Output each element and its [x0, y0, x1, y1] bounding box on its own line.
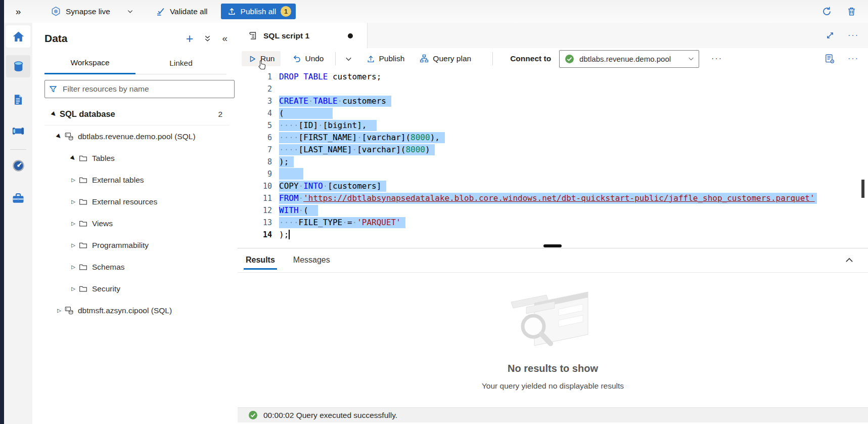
tree-item-dbtmsft-azsyn-cipool-sql-[interactable]: ▷dbtmsft.azsyn.cipool (SQL) [32, 300, 238, 321]
code-line-3[interactable]: 3CREATE·TABLE·customers [238, 95, 868, 107]
left-edge-strip [0, 0, 4, 424]
undo-button[interactable]: Undo [286, 51, 330, 66]
properties-icon[interactable] [825, 54, 835, 64]
sidebar-item-data[interactable] [6, 55, 30, 77]
connect-more-button[interactable]: ··· [711, 54, 722, 63]
selection-highlight: FROM·'https://dbtlabsynapsedatalake.blob… [279, 193, 817, 204]
token-ws: · [299, 205, 304, 215]
token-pl: customers [342, 96, 386, 106]
top-command-bar: » Synapse live Validate all Publish all … [4, 0, 868, 23]
code-line-2[interactable]: 2 [238, 83, 868, 95]
sidebar-item-home[interactable] [6, 25, 30, 48]
code-text: ····[ID]·[bigint], [279, 119, 377, 132]
token-pl [299, 72, 304, 81]
collapse-panel-button[interactable]: « [222, 33, 227, 44]
validate-all-label: Validate all [170, 7, 208, 16]
sidebar-item-monitor[interactable] [6, 154, 30, 177]
tree-item-security[interactable]: ▷Security [32, 278, 238, 300]
refresh-button[interactable] [821, 6, 832, 17]
code-line-1[interactable]: 1DROP TABLE customers; [238, 71, 868, 83]
code-text: ····[FIRST_NAME]·[varchar](8000), [279, 132, 445, 144]
sidebar-item-manage[interactable] [6, 187, 30, 209]
tab-title: SQL script 1 [263, 31, 309, 40]
expanded-twisty-icon[interactable]: ▶ [53, 130, 66, 143]
tree-item-tables[interactable]: ▶Tables [32, 147, 238, 169]
tab-linked[interactable]: Linked [135, 52, 226, 74]
query-plan-button[interactable]: Query plan [414, 51, 477, 66]
tab-more-button[interactable]: ··· [848, 31, 859, 40]
tree-item-views[interactable]: ▷Views [32, 213, 238, 234]
code-line-4[interactable]: 4( [238, 107, 868, 119]
sql-code-editor[interactable]: 1DROP TABLE customers;23CREATE·TABLE·cus… [238, 69, 868, 244]
code-text: DROP TABLE customers; [279, 71, 381, 83]
expanded-twisty-icon[interactable]: ▶ [48, 108, 61, 120]
gauge-icon [12, 159, 25, 173]
run-button[interactable]: Run [242, 51, 281, 66]
mode-selector[interactable]: Synapse live [51, 6, 133, 17]
add-resource-button[interactable]: + [186, 33, 194, 44]
tab-results[interactable]: Results [244, 248, 277, 272]
collapsed-twisty-icon[interactable]: ▷ [68, 221, 79, 226]
code-line-11[interactable]: 11FROM·'https://dbtlabsynapsedatalake.bl… [238, 192, 868, 204]
tree-item-external-tables[interactable]: ▷External tables [32, 169, 238, 191]
code-line-9[interactable]: 9 [238, 168, 868, 180]
code-line-5[interactable]: 5····[ID]·[bigint], [238, 119, 868, 132]
discard-trash-button[interactable] [846, 6, 857, 17]
code-line-8[interactable]: 8); [238, 156, 868, 168]
pool-chevron-down-icon [688, 55, 695, 62]
tab-workspace[interactable]: Workspace [44, 52, 135, 74]
tab-sql-script-1[interactable]: SQL script 1 [238, 23, 368, 49]
folder-icon [79, 219, 92, 228]
expanded-twisty-icon[interactable]: ▶ [67, 152, 80, 164]
rail-expand-button[interactable]: » [4, 6, 32, 17]
tree-item-schemas[interactable]: ▷Schemas [32, 256, 238, 278]
token-ws: · [299, 193, 304, 203]
script-toolbar: Run Undo Publish [238, 48, 868, 70]
line-number: 8 [238, 156, 272, 168]
toolbar-more-button[interactable]: ··· [848, 54, 859, 63]
unsaved-dot [348, 33, 353, 38]
code-line-6[interactable]: 6····[FIRST_NAME]·[varchar](8000), [238, 132, 868, 144]
collapsed-twisty-icon[interactable]: ▷ [68, 264, 79, 270]
publish-button[interactable]: Publish [360, 51, 411, 66]
code-line-10[interactable]: 10COPY·INTO·[customers] [238, 180, 868, 192]
publish-all-button[interactable]: Publish all 1 [221, 4, 296, 19]
tree-item-label: Tables [92, 154, 115, 163]
tree-item-dbtlabs-revenue-demo-pool-sql-[interactable]: ▶dbtlabs.revenue.demo.pool (SQL) [32, 125, 238, 147]
tree-item-external-resources[interactable]: ▷External resources [32, 191, 238, 213]
tree-item-label: Schemas [92, 263, 125, 272]
collapse-all-icon[interactable] [203, 34, 212, 43]
selection-highlight: COPY·INTO·[customers] [279, 181, 386, 192]
token-pl: [customers] [328, 181, 381, 191]
token-ws: · [323, 181, 328, 191]
tab-messages[interactable]: Messages [291, 248, 332, 272]
sidebar-item-develop[interactable] [6, 89, 30, 111]
sidebar-item-integrate[interactable] [6, 120, 30, 142]
tree-item-label: External resources [92, 197, 157, 206]
code-line-7[interactable]: 7····[LAST_NAME]·[varchar](8000) [238, 144, 868, 156]
collapse-results-chevron-up-icon[interactable] [844, 255, 855, 266]
undo-icon [292, 54, 301, 63]
tree-item-programmability[interactable]: ▷Programmability [32, 234, 238, 256]
collapsed-twisty-icon[interactable]: ▷ [68, 199, 79, 204]
collapsed-twisty-icon[interactable]: ▷ [68, 242, 79, 248]
code-line-12[interactable]: 12WITH·( [238, 204, 868, 217]
splitter-handle[interactable] [543, 244, 562, 247]
editor-scrollbar-marker[interactable] [861, 180, 864, 198]
selection-highlight: ); [279, 156, 294, 167]
expand-editor-icon[interactable] [826, 31, 835, 40]
tree-item-sql-database[interactable]: ▶SQL database2 [32, 103, 238, 125]
run-options-chevron[interactable] [341, 52, 356, 66]
collapsed-twisty-icon[interactable]: ▷ [54, 308, 65, 313]
synapse-logo-icon [51, 6, 61, 17]
validate-all-button[interactable]: Validate all [156, 7, 208, 16]
collapsed-twisty-icon[interactable]: ▷ [68, 286, 79, 291]
code-line-14[interactable]: 14); [238, 229, 868, 241]
code-line-13[interactable]: 13····FILE_TYPE·=·'PARQUET' [238, 217, 868, 229]
pool-select-dropdown[interactable]: dbtlabs.revenue.demo.pool [559, 50, 699, 68]
filter-resources-input[interactable] [62, 84, 230, 94]
selection-highlight: ····[ID]·[bigint], [279, 120, 377, 131]
collapsed-twisty-icon[interactable]: ▷ [68, 177, 79, 183]
token-str: 'PARQUET' [357, 218, 401, 227]
editor-tabstrip: SQL script 1 ··· [238, 23, 868, 49]
